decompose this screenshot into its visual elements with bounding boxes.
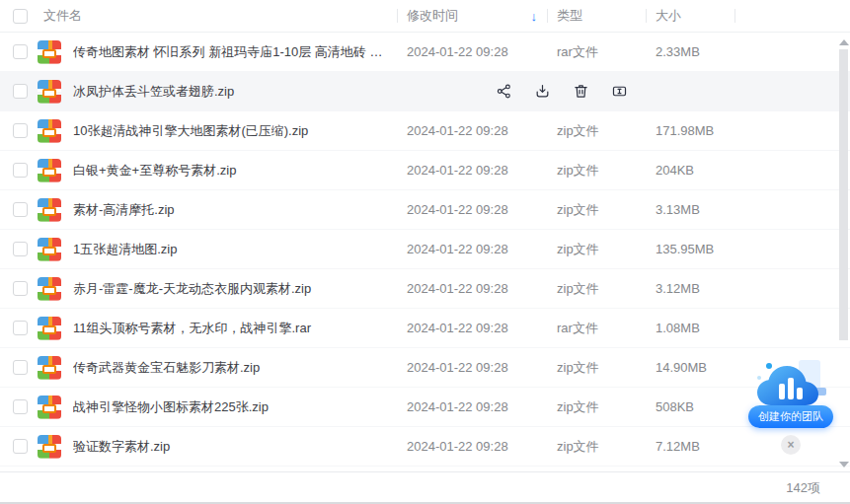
table-row[interactable]: 冰凤护体丢斗笠或者翅膀.zip <box>0 72 850 111</box>
file-type: zip文件 <box>547 122 646 140</box>
file-size: 171.98MB <box>646 123 734 138</box>
file-size: 3.13MB <box>646 202 734 217</box>
archive-file-icon <box>38 238 61 261</box>
column-header-name[interactable]: 文件名 <box>38 7 397 25</box>
file-modified-time: 2024-01-22 09:28 <box>397 123 547 138</box>
file-type: zip文件 <box>547 162 646 180</box>
archive-file-icon <box>38 80 61 104</box>
table-row[interactable]: 白银+黄金+至尊称号素材.zip 2024-01-22 09:28 zip文件 … <box>0 151 850 190</box>
table-row[interactable]: 传奇武器黄金宝石魅影刀素材.zip 2024-01-22 09:28 zip文件… <box>0 348 850 388</box>
file-type: zip文件 <box>547 280 646 298</box>
file-modified-time: 2024-01-22 09:28 <box>397 321 547 335</box>
archive-file-icon <box>38 277 61 301</box>
file-modified-time: 2024-01-22 09:28 <box>397 399 547 414</box>
archive-file-icon <box>38 119 61 143</box>
table-row[interactable]: 传奇地图素材 怀旧系列 新祖玛寺庙1-10层 高清地砖 无... 2024-01… <box>0 33 850 72</box>
column-header-modified[interactable]: 修改时间 ↓ <box>397 7 547 25</box>
column-type-label: 类型 <box>557 7 582 25</box>
rename-icon[interactable] <box>611 83 628 100</box>
archive-file-icon <box>38 159 61 182</box>
archive-file-icon <box>38 40 61 64</box>
file-size: 7.12MB <box>646 439 734 454</box>
file-size: 1.08MB <box>646 321 734 335</box>
scrollbar-up-arrow-icon[interactable] <box>839 39 849 45</box>
file-name[interactable]: 传奇地图素材 怀旧系列 新祖玛寺庙1-10层 高清地砖 无... <box>73 43 397 61</box>
row-checkbox[interactable] <box>13 242 28 256</box>
row-checkbox[interactable] <box>13 281 28 296</box>
row-checkbox[interactable] <box>13 439 28 454</box>
file-name[interactable]: 1五张超清地图.zip <box>73 241 189 258</box>
share-icon[interactable] <box>496 83 512 100</box>
file-name[interactable]: 10张超清战神引擎大地图素材(已压缩).zip <box>73 122 320 140</box>
vertical-scrollbar[interactable] <box>837 33 850 471</box>
file-name[interactable]: 赤月-雷霆-魔龙-天龙动态衣服内观素材.zip <box>73 280 323 298</box>
table-row[interactable]: 验证数字素材.zip 2024-01-22 09:28 zip文件 7.12MB <box>0 427 850 467</box>
file-modified-time: 2024-01-22 09:28 <box>397 163 547 178</box>
archive-file-icon <box>38 198 61 222</box>
row-checkbox[interactable] <box>13 123 28 138</box>
file-name[interactable]: 传奇武器黄金宝石魅影刀素材.zip <box>73 359 271 377</box>
team-promo-widget: 创建你的团队 × <box>743 354 838 455</box>
file-size: 135.95MB <box>646 242 734 256</box>
create-team-button[interactable]: 创建你的团队 <box>748 405 833 428</box>
table-row[interactable]: 11组头顶称号素材，无水印，战神引擎.rar 2024-01-22 09:28 … <box>0 309 850 348</box>
row-checkbox[interactable] <box>13 321 28 335</box>
row-checkbox[interactable] <box>13 163 28 178</box>
download-icon[interactable] <box>534 83 551 100</box>
file-type: zip文件 <box>547 359 646 377</box>
file-size: 508KB <box>646 399 734 414</box>
archive-file-icon <box>38 317 61 340</box>
archive-file-icon <box>38 396 61 419</box>
file-size: 3.12MB <box>646 281 734 296</box>
status-bar: 142项 <box>0 471 850 504</box>
table-row[interactable]: 战神引擎怪物小图标素材225张.zip 2024-01-22 09:28 zip… <box>0 388 850 427</box>
file-name[interactable]: 素材-高清摩托.zip <box>73 201 187 219</box>
file-type: zip文件 <box>547 398 646 416</box>
file-name[interactable]: 白银+黄金+至尊称号素材.zip <box>73 162 248 180</box>
file-modified-time: 2024-01-22 09:28 <box>397 202 547 217</box>
file-list: 传奇地图素材 怀旧系列 新祖玛寺庙1-10层 高清地砖 无... 2024-01… <box>0 33 850 467</box>
file-size: 204KB <box>646 163 734 178</box>
table-row[interactable]: 赤月-雷霆-魔龙-天龙动态衣服内观素材.zip 2024-01-22 09:28… <box>0 269 850 309</box>
file-type: zip文件 <box>547 241 646 258</box>
column-header-size[interactable]: 大小 <box>646 7 734 25</box>
file-type: zip文件 <box>547 438 646 456</box>
archive-file-icon <box>38 356 61 380</box>
select-all-checkbox[interactable] <box>13 9 28 24</box>
row-checkbox[interactable] <box>13 84 28 99</box>
file-modified-time: 2024-01-22 09:28 <box>397 439 547 454</box>
file-type: rar文件 <box>547 43 646 61</box>
file-modified-time: 2024-01-22 09:28 <box>397 44 547 59</box>
archive-file-icon <box>38 435 61 459</box>
row-checkbox[interactable] <box>13 202 28 217</box>
file-name[interactable]: 11组头顶称号素材，无水印，战神引擎.rar <box>73 320 323 337</box>
scrollbar-down-arrow-icon[interactable] <box>839 462 849 468</box>
delete-icon[interactable] <box>573 83 589 100</box>
column-name-label: 文件名 <box>43 7 82 25</box>
row-checkbox[interactable] <box>13 399 28 414</box>
file-size: 2.33MB <box>646 44 734 59</box>
column-modified-label: 修改时间 <box>407 7 458 25</box>
row-checkbox[interactable] <box>13 44 28 59</box>
file-modified-time: 2024-01-22 09:28 <box>397 360 547 375</box>
file-type: rar文件 <box>547 320 646 337</box>
file-size: 14.90MB <box>646 360 734 375</box>
table-row[interactable]: 素材-高清摩托.zip 2024-01-22 09:28 zip文件 3.13M… <box>0 190 850 230</box>
promo-close-icon[interactable]: × <box>781 435 801 455</box>
sort-descending-icon[interactable]: ↓ <box>531 10 538 23</box>
table-row[interactable]: 1五张超清地图.zip 2024-01-22 09:28 zip文件 135.9… <box>0 230 850 269</box>
column-size-label: 大小 <box>656 7 681 25</box>
file-modified-time: 2024-01-22 09:28 <box>397 281 547 296</box>
file-modified-time: 2024-01-22 09:28 <box>397 242 547 256</box>
column-header-type[interactable]: 类型 <box>547 7 646 25</box>
row-checkbox[interactable] <box>13 360 28 375</box>
file-name[interactable]: 冰凤护体丢斗笠或者翅膀.zip <box>73 83 246 101</box>
file-name[interactable]: 验证数字素材.zip <box>73 438 182 456</box>
item-count: 142项 <box>786 479 820 497</box>
scrollbar-thumb[interactable] <box>839 49 848 340</box>
table-row[interactable]: 10张超清战神引擎大地图素材(已压缩).zip 2024-01-22 09:28… <box>0 111 850 151</box>
file-list-header: 文件名 修改时间 ↓ 类型 大小 <box>0 0 850 33</box>
file-type: zip文件 <box>547 201 646 219</box>
file-name[interactable]: 战神引擎怪物小图标素材225张.zip <box>73 398 280 416</box>
